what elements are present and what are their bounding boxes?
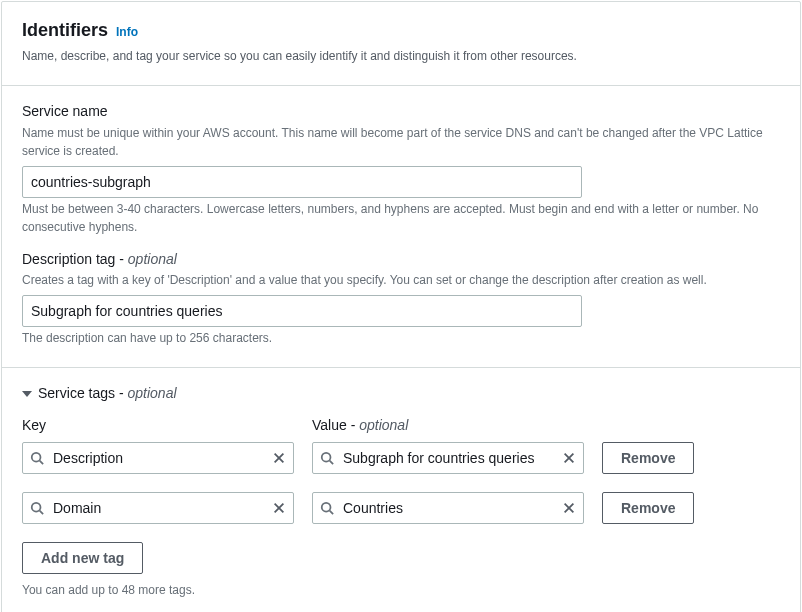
tags-value-header-main: Value - [312, 417, 359, 433]
service-name-block: Service name Name must be unique within … [22, 102, 780, 236]
service-name-help-top: Name must be unique within your AWS acco… [22, 124, 780, 160]
service-name-label: Service name [22, 102, 780, 122]
identifiers-panel: Identifiers Info Name, describe, and tag… [1, 1, 801, 612]
tag-value-input[interactable] [312, 492, 584, 524]
info-link[interactable]: Info [116, 24, 138, 41]
identifiers-header-section: Identifiers Info Name, describe, and tag… [2, 2, 800, 85]
tag-value-wrap [312, 492, 584, 524]
tags-section-title: Service tags - optional [38, 384, 177, 404]
tag-key-input[interactable] [22, 492, 294, 524]
close-icon[interactable] [272, 451, 286, 465]
panel-subtitle: Name, describe, and tag your service so … [22, 47, 780, 65]
tags-value-header-optional: optional [359, 417, 408, 433]
tag-key-input[interactable] [22, 442, 294, 474]
tags-expand-toggle[interactable]: Service tags - optional [22, 384, 780, 404]
tags-title-main: Service tags - [38, 385, 127, 401]
tags-value-header: Value - optional [312, 416, 584, 436]
tag-value-input[interactable] [312, 442, 584, 474]
remove-tag-button[interactable]: Remove [602, 442, 694, 474]
tag-key-wrap [22, 492, 294, 524]
description-block: Description tag - optional Creates a tag… [22, 250, 780, 348]
tags-header-row: Key Value - optional [22, 416, 780, 436]
description-input[interactable] [22, 295, 582, 327]
description-help-top: Creates a tag with a key of 'Description… [22, 271, 780, 289]
tag-row: Remove [22, 442, 780, 474]
service-name-help-bottom: Must be between 3-40 characters. Lowerca… [22, 200, 780, 236]
caret-down-icon [22, 391, 32, 397]
tags-footer-help: You can add up to 48 more tags. [22, 582, 780, 599]
tag-key-wrap [22, 442, 294, 474]
tag-row: Remove [22, 492, 780, 524]
description-label-optional: optional [128, 251, 177, 267]
service-name-input[interactable] [22, 166, 582, 198]
remove-tag-button[interactable]: Remove [602, 492, 694, 524]
tags-title-optional: optional [127, 385, 176, 401]
tags-key-header: Key [22, 416, 294, 436]
tags-grid: Key Value - optional [22, 416, 780, 598]
description-label: Description tag - optional [22, 250, 780, 270]
close-icon[interactable] [562, 501, 576, 515]
tags-section: Service tags - optional Key Value - opti… [2, 368, 800, 612]
close-icon[interactable] [562, 451, 576, 465]
tag-value-wrap [312, 442, 584, 474]
description-label-main: Description tag - [22, 251, 128, 267]
description-help-bottom: The description can have up to 256 chara… [22, 329, 780, 347]
add-new-tag-button[interactable]: Add new tag [22, 542, 143, 574]
close-icon[interactable] [272, 501, 286, 515]
panel-title: Identifiers [22, 18, 108, 43]
fields-section: Service name Name must be unique within … [2, 86, 800, 367]
